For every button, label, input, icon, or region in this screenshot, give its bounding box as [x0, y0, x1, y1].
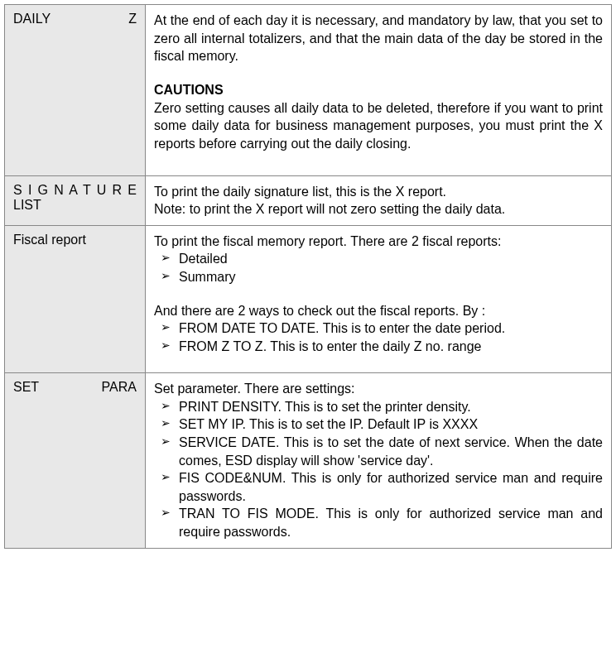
fiscal-report-label: Fiscal report: [5, 225, 146, 373]
list-text: SET MY IP. This is to set the IP. Defaul…: [179, 415, 603, 434]
set-para-intro: Set parameter. There are settings:: [154, 380, 603, 398]
cautions-body: Zero setting causes all daily data to be…: [154, 99, 603, 153]
bullet-icon: ➢: [161, 268, 179, 284]
bullet-icon: ➢: [161, 469, 179, 485]
signature-line2: Note: to print the X report will not zer…: [154, 200, 603, 218]
list-text: FIS CODE&NUM. This is only for authorize…: [179, 469, 603, 505]
list-text: Detailed: [179, 250, 603, 268]
table-row: DAILY Z At the end of each day it is nec…: [5, 5, 612, 176]
list-text: Summary: [179, 268, 603, 286]
signature-line1: To print the daily signature list, this …: [154, 183, 603, 201]
list-item: ➢SERVICE DATE. This is to set the date o…: [154, 434, 603, 469]
cautions-title: CAUTIONS: [154, 81, 603, 99]
fiscal-report-content: To print the fiscal memory report. There…: [146, 225, 612, 373]
set-para-content: Set parameter. There are settings: ➢PRIN…: [146, 373, 612, 548]
doc-table: DAILY Z At the end of each day it is nec…: [4, 4, 612, 549]
list-item: ➢Summary: [154, 268, 603, 286]
bullet-icon: ➢: [161, 250, 179, 266]
daily-z-label: DAILY Z: [5, 5, 146, 176]
fiscal-report-list1: ➢Detailed ➢Summary: [154, 250, 603, 286]
signature-list-label: S I G N A T U R E LIST: [5, 175, 146, 225]
daily-z-para1: At the end of each day it is necessary, …: [154, 12, 603, 65]
list-text: PRINT DENSITY. This is to set the printe…: [179, 398, 603, 416]
set-para-label: SET PARA: [5, 373, 146, 548]
list-item: ➢PRINT DENSITY. This is to set the print…: [154, 398, 603, 416]
table-row: Fiscal report To print the fiscal memory…: [5, 225, 612, 373]
list-item: ➢FROM DATE TO DATE. This is to enter the…: [154, 319, 603, 338]
bullet-icon: ➢: [161, 319, 179, 335]
list-item: ➢SET MY IP. This is to set the IP. Defau…: [154, 415, 603, 434]
list-text: FROM Z TO Z. This is to enter the daily …: [179, 338, 603, 356]
bullet-icon: ➢: [161, 338, 179, 353]
list-text: SERVICE DATE. This is to set the date of…: [179, 434, 603, 469]
daily-z-content: At the end of each day it is necessary, …: [146, 5, 612, 176]
list-item: ➢TRAN TO FIS MODE. This is only for auth…: [154, 505, 603, 540]
bullet-icon: ➢: [161, 415, 179, 431]
bullet-icon: ➢: [161, 505, 179, 521]
bullet-icon: ➢: [161, 398, 179, 414]
table-row: SET PARA Set parameter. There are settin…: [5, 373, 612, 548]
list-text: FROM DATE TO DATE. This is to enter the …: [179, 319, 603, 338]
list-item: ➢FROM Z TO Z. This is to enter the daily…: [154, 338, 603, 356]
bullet-icon: ➢: [161, 434, 179, 449]
fiscal-report-intro: To print the fiscal memory report. There…: [154, 233, 603, 251]
list-text: TRAN TO FIS MODE. This is only for autho…: [179, 505, 603, 540]
list-item: ➢Detailed: [154, 250, 603, 268]
fiscal-report-mid: And there are 2 ways to check out the fi…: [154, 302, 603, 320]
signature-list-content: To print the daily signature list, this …: [146, 175, 612, 225]
table-row: S I G N A T U R E LIST To print the dail…: [5, 175, 612, 225]
fiscal-report-list2: ➢FROM DATE TO DATE. This is to enter the…: [154, 319, 603, 355]
list-item: ➢FIS CODE&NUM. This is only for authoriz…: [154, 469, 603, 505]
set-para-list: ➢PRINT DENSITY. This is to set the print…: [154, 398, 603, 541]
